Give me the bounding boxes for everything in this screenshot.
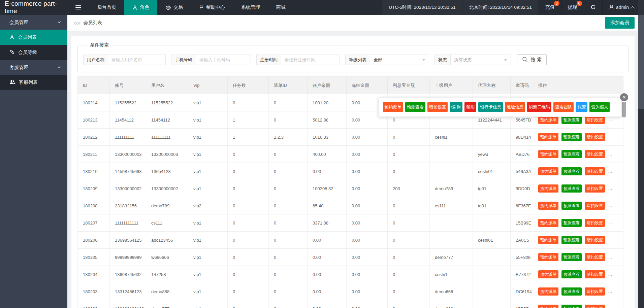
row-action-0[interactable]: 预约派单 <box>538 270 558 278</box>
row-action-0[interactable]: 预约派单 <box>538 287 558 296</box>
nav-item-1[interactable]: 角色 <box>124 0 157 15</box>
more-actions[interactable]: … <box>608 186 612 191</box>
more-actions[interactable]: … <box>608 272 612 277</box>
row-action-0[interactable]: 预约派单 <box>538 202 558 210</box>
row-action-1[interactable]: 预派查看 <box>561 270 582 278</box>
field-input-0[interactable] <box>108 55 166 65</box>
table-cell: 111111111 <box>146 129 188 146</box>
row-action-1[interactable]: 预派查看 <box>561 184 582 193</box>
row-action-0[interactable]: 预约派单 <box>538 116 558 124</box>
table-cell: 115255522 <box>146 94 188 111</box>
row-action-0[interactable]: 预约派单 <box>538 133 558 141</box>
withdraw-button[interactable]: 提现 0 <box>561 0 584 15</box>
row-actions-cell: 预约派单预派查看暗扣设置… <box>533 197 623 214</box>
row-action-0[interactable]: 预约派单 <box>538 253 558 261</box>
nav-item-3[interactable]: 帮助中心 <box>191 0 233 15</box>
row-action-1[interactable]: 预派查看 <box>561 167 582 175</box>
field-input-1[interactable] <box>196 55 251 65</box>
more-actions[interactable]: … <box>608 254 612 260</box>
more-actions[interactable]: … <box>608 220 612 225</box>
popup-action-5[interactable]: 银行卡信息 <box>478 102 503 112</box>
field-input-2[interactable] <box>281 55 340 65</box>
popup-action-3[interactable]: 编 辑 <box>450 102 462 112</box>
more-actions[interactable]: … <box>608 306 612 308</box>
row-action-2[interactable]: 暗扣设置 <box>585 236 605 244</box>
popup-action-8[interactable]: 查看团队 <box>553 102 574 112</box>
row-action-1[interactable]: 预派查看 <box>561 150 582 158</box>
more-actions[interactable]: … <box>608 117 612 122</box>
row-action-0[interactable]: 预约派单 <box>538 236 558 244</box>
row-actions-cell: 预约派单预派查看暗扣设置… <box>533 146 623 163</box>
row-action-0[interactable]: 预约派单 <box>538 167 558 175</box>
row-action-2[interactable]: 暗扣设置 <box>585 133 605 141</box>
sidebar-group-header-1[interactable]: 客服管理 <box>0 60 67 75</box>
row-action-2[interactable]: 暗扣设置 <box>585 167 605 175</box>
page-scrollbar[interactable] <box>638 0 644 308</box>
refresh-button[interactable] <box>584 0 602 15</box>
more-actions[interactable]: … <box>608 203 612 208</box>
row-action-2[interactable]: 暗扣设置 <box>585 253 605 261</box>
row-action-2[interactable]: 暗扣设置 <box>585 219 605 227</box>
popup-action-0[interactable]: 预约派单 <box>383 102 403 112</box>
row-action-1[interactable]: 预派查看 <box>561 202 582 210</box>
nav-item-5[interactable]: 商城 <box>268 0 294 15</box>
more-actions[interactable]: … <box>608 289 612 294</box>
select-0[interactable]: 全部 <box>370 55 429 65</box>
recharge-button[interactable]: 充值 0 <box>539 0 561 15</box>
utc-time: UTC-5时间: 2023/10/13 20:32:51 <box>382 0 462 15</box>
row-action-1[interactable]: 预派查看 <box>561 305 582 308</box>
search-button[interactable]: 搜 索 <box>517 54 547 65</box>
nav-item-2[interactable]: 交易 <box>157 0 191 15</box>
sidebar-item-0-1[interactable]: 会员等级 <box>0 45 67 60</box>
table-cell: 13300000002 <box>146 180 188 197</box>
more-actions[interactable]: … <box>608 151 612 157</box>
more-actions[interactable]: … <box>608 134 612 139</box>
more-actions[interactable]: … <box>608 169 612 174</box>
popup-action-10[interactable]: 设为假人 <box>589 102 610 112</box>
popup-close-button[interactable]: ✕ <box>619 93 629 102</box>
row-action-1[interactable]: 预派查看 <box>561 133 582 141</box>
more-actions[interactable]: … <box>608 237 612 242</box>
column-header: 用户名 <box>146 77 188 94</box>
row-action-1[interactable]: 预派查看 <box>561 253 582 261</box>
column-header: 操作 <box>533 77 623 94</box>
row-action-2[interactable]: 暗扣设置 <box>585 287 605 296</box>
popup-action-9[interactable]: 账变 <box>576 102 587 112</box>
row-action-2[interactable]: 暗扣设置 <box>585 305 605 308</box>
popup-action-1[interactable]: 预派查看 <box>405 102 425 112</box>
page-scrollbar-thumb[interactable] <box>638 15 644 109</box>
row-action-0[interactable]: 预约派单 <box>538 219 558 227</box>
table-cell: 200 <box>388 180 430 197</box>
row-action-1[interactable]: 预派查看 <box>561 116 582 124</box>
table-cell: 0.00 <box>347 129 388 146</box>
popup-action-4[interactable]: 禁用 <box>464 102 476 112</box>
sidebar-group-header-0[interactable]: 会员管理 <box>0 15 67 30</box>
row-action-1[interactable]: 预派查看 <box>561 287 582 296</box>
row-action-0[interactable]: 预约派单 <box>538 150 558 158</box>
row-action-2[interactable]: 暗扣设置 <box>585 202 605 210</box>
row-action-2[interactable]: 暗扣设置 <box>585 150 605 158</box>
users-icon <box>9 79 15 85</box>
row-action-2[interactable]: 暗扣设置 <box>585 116 605 124</box>
row-action-0[interactable]: 预约派单 <box>538 305 558 308</box>
table-cell: 0.00 <box>347 283 388 300</box>
table-cell: 1 <box>228 129 269 146</box>
sidebar-item-1-0[interactable]: 客服列表 <box>0 75 67 90</box>
row-action-1[interactable]: 预派查看 <box>561 236 582 244</box>
popup-action-6[interactable]: 地址信息 <box>505 102 525 112</box>
nav-item-0[interactable]: 后台首页 <box>89 0 124 15</box>
row-action-0[interactable]: 预约派单 <box>538 184 558 193</box>
row-action-2[interactable]: 暗扣设置 <box>585 184 605 193</box>
table-cell: 13300000003 <box>146 146 188 163</box>
row-action-1[interactable]: 预派查看 <box>561 219 582 227</box>
table-cell: DC6194 <box>511 283 533 300</box>
select-1[interactable]: 所有状态 <box>450 55 511 65</box>
popup-action-2[interactable]: 暗扣设置 <box>427 102 448 112</box>
add-member-button[interactable]: 添加会员 <box>605 17 635 29</box>
sidebar-item-0-0[interactable]: 会员列表 <box>0 30 67 45</box>
popup-action-7[interactable]: 刷新二维码 <box>527 102 552 112</box>
nav-item-4[interactable]: 系统管理 <box>233 0 268 15</box>
row-action-2[interactable]: 暗扣设置 <box>585 270 605 278</box>
hamburger-icon[interactable] <box>67 0 89 15</box>
admin-menu[interactable]: admin <box>602 0 644 15</box>
